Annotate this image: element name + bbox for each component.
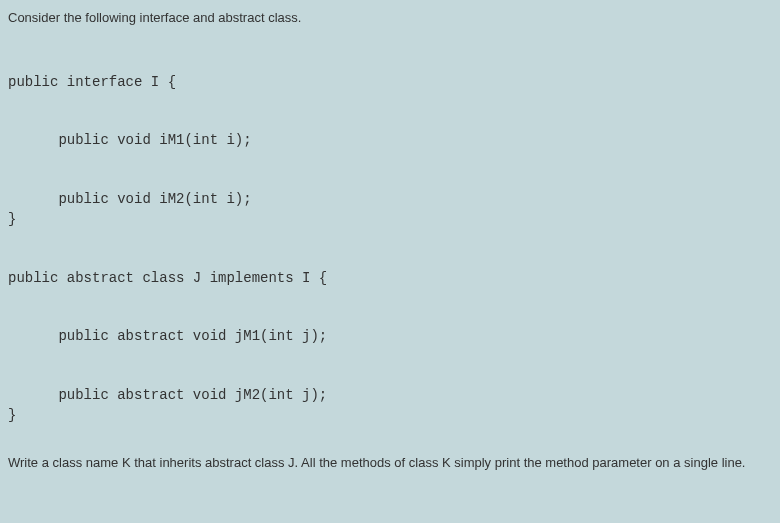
- code-line: }: [8, 407, 16, 423]
- intro-text: Consider the following interface and abs…: [8, 10, 772, 25]
- code-line: public void iM1(int i);: [8, 132, 252, 148]
- code-line: public abstract void jM2(int j);: [8, 387, 327, 403]
- code-block: public interface I { public void iM1(int…: [8, 53, 772, 425]
- code-line: public void iM2(int i);: [8, 191, 252, 207]
- instruction-text: Write a class name K that inherits abstr…: [8, 455, 772, 470]
- code-line: public abstract class J implements I {: [8, 270, 327, 286]
- code-line: public interface I {: [8, 74, 176, 90]
- code-line: }: [8, 211, 16, 227]
- code-line: public abstract void jM1(int j);: [8, 328, 327, 344]
